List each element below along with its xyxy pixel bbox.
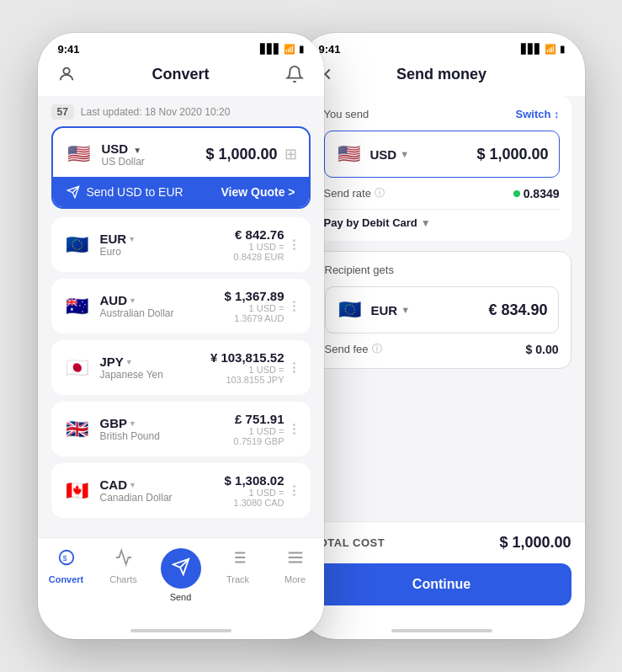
continue-button[interactable]: Continue (312, 563, 571, 605)
cad-code: CAD ▼ (100, 477, 173, 492)
main-currency-card[interactable]: 🇺🇸 USD ▼ US Dollar $ 1,000.00 ⊞ (51, 126, 311, 209)
aud-amount-col: $ 1,367.89 1 USD =1.3679 AUD (225, 289, 284, 323)
battery-icon: ▮ (299, 44, 304, 55)
cad-name: Canadian Dollar (100, 492, 173, 504)
convert-header: Convert (38, 59, 324, 96)
jpy-amount-col: ¥ 103,815.52 1 USD =103.8155 JPY (210, 350, 284, 385)
main-currency-left: 🇺🇸 USD ▼ US Dollar (65, 140, 145, 168)
currency-item-eur[interactable]: 🇪🇺 EUR ▼ Euro € 842.76 1 USD =0.8428 EUR (51, 217, 311, 272)
recipient-section: Recipient gets 🇪🇺 EUR ▼ € 834.90 Send fe… (312, 251, 571, 369)
view-quote-btn[interactable]: View Quote > (221, 185, 295, 199)
aud-amount: $ 1,367.89 (225, 289, 284, 303)
aud-dots[interactable] (290, 297, 299, 315)
pay-method-row[interactable]: Pay by Debit Card ▼ (324, 210, 560, 229)
charts-nav-icon (114, 548, 133, 571)
main-currency-info: USD ▼ US Dollar (102, 141, 145, 168)
wifi-icon: 📶 (284, 44, 295, 55)
cad-right: $ 1,308.02 1 USD =1.3080 CAD (225, 473, 299, 508)
cad-amount-col: $ 1,308.02 1 USD =1.3080 CAD (225, 473, 284, 508)
send-title: Send money (396, 66, 486, 83)
update-badge: 57 (51, 104, 74, 120)
svg-point-0 (63, 68, 69, 74)
aud-flag: 🇦🇺 (63, 292, 92, 321)
cad-dots[interactable] (290, 482, 299, 499)
you-send-selector[interactable]: 🇺🇸 USD ▼ $ 1,000.00 (324, 131, 560, 178)
main-dropdown-arrow: ▼ (133, 146, 141, 155)
eur-name: Euro (100, 246, 136, 258)
gbp-details: GBP ▼ British Pound (100, 416, 160, 442)
home-indicator-2 (299, 622, 585, 639)
fee-info-icon: ⓘ (372, 342, 382, 356)
send-rate-row: Send rate ⓘ 0.8349 (324, 178, 560, 210)
total-amount: $ 1,000.00 (499, 534, 571, 552)
main-amount-area: $ 1,000.00 ⊞ (205, 145, 296, 163)
gbp-info: 🇬🇧 GBP ▼ British Pound (63, 415, 160, 444)
signal-icon: ▋▋▋ (260, 44, 280, 55)
send-money-phone: 9:41 ▋▋▋ 📶 ▮ Send money (299, 33, 585, 639)
switch-button[interactable]: Switch ↕ (515, 108, 559, 120)
send-currency-code: USD ▼ (370, 147, 410, 162)
eur-info: 🇪🇺 EUR ▼ Euro (63, 231, 136, 259)
currency-item-aud[interactable]: 🇦🇺 AUD ▼ Australian Dollar $ 1,367.89 1 … (51, 279, 311, 333)
nav-more[interactable]: More (267, 545, 324, 605)
eur-right: € 842.76 1 USD =0.8428 EUR (234, 227, 299, 262)
jpy-dots[interactable] (290, 359, 299, 376)
send-rate-value: 0.8349 (513, 187, 560, 200)
send-nav-label: Send (170, 592, 192, 602)
gbp-dots[interactable] (290, 420, 299, 438)
bell-icon[interactable] (283, 62, 306, 86)
cad-info: 🇨🇦 CAD ▼ Canadian Dollar (63, 477, 173, 505)
track-nav-icon (229, 548, 247, 571)
eur-flag: 🇪🇺 (63, 231, 92, 259)
recipient-selector[interactable]: 🇪🇺 EUR ▼ € 834.90 (325, 286, 559, 333)
jpy-rate: 1 USD =103.8155 JPY (210, 365, 284, 385)
gbp-right: £ 751.91 1 USD =0.7519 GBP (234, 412, 299, 446)
nav-charts[interactable]: Charts (95, 545, 152, 605)
currency-item-gbp[interactable]: 🇬🇧 GBP ▼ British Pound £ 751.91 1 USD =0… (51, 402, 311, 456)
svg-text:$: $ (62, 554, 66, 563)
home-indicator-1 (38, 622, 324, 639)
time-1: 9:41 (58, 43, 80, 56)
gbp-rate: 1 USD =0.7519 GBP (234, 426, 284, 446)
you-send-label: You send (324, 108, 369, 120)
eur-details: EUR ▼ Euro (100, 232, 136, 258)
send-quote-left: Send USD to EUR (66, 185, 183, 199)
nav-convert[interactable]: $ Convert (38, 545, 95, 605)
total-bar: TOTAL COST $ 1,000.00 (299, 521, 585, 563)
cad-amount: $ 1,308.02 (225, 473, 284, 488)
convert-nav-icon: $ (57, 548, 76, 571)
currency-item-jpy[interactable]: 🇯🇵 JPY ▼ Japanese Yen ¥ 103,815.52 1 USD… (51, 340, 311, 395)
main-currency-code: USD ▼ (102, 141, 145, 156)
nav-track[interactable]: Track (210, 545, 267, 605)
nav-send[interactable]: Send (152, 545, 210, 605)
cad-details: CAD ▼ Canadian Dollar (100, 477, 173, 504)
you-send-header-row: You send Switch ↕ (324, 108, 560, 120)
last-updated-text: Last updated: 18 Nov 2020 10:20 (81, 106, 230, 118)
convert-phone: 9:41 ▋▋▋ 📶 ▮ Convert (38, 33, 324, 639)
gbp-amount: £ 751.91 (234, 412, 284, 426)
main-currency-name: US Dollar (102, 156, 145, 168)
send-flag: 🇺🇸 (335, 140, 364, 168)
more-nav-label: More (284, 574, 306, 584)
eur-dots[interactable] (290, 236, 299, 253)
convert-nav-label: Convert (49, 574, 84, 584)
fee-row: Send fee ⓘ $ 0.00 (325, 333, 559, 356)
eur-amount: € 842.76 (234, 227, 284, 242)
fee-label: Send fee ⓘ (325, 342, 382, 356)
calculator-icon: ⊞ (284, 145, 297, 163)
send-bottom: TOTAL COST $ 1,000.00 Continue (299, 521, 585, 622)
cad-flag: 🇨🇦 (63, 477, 92, 505)
aud-right: $ 1,367.89 1 USD =1.3679 AUD (225, 289, 299, 323)
jpy-code: JPY ▼ (100, 355, 163, 369)
fee-value: $ 0.00 (526, 343, 559, 356)
recipient-amount: € 834.90 (417, 301, 547, 319)
jpy-details: JPY ▼ Japanese Yen (100, 355, 163, 381)
aud-info: 🇦🇺 AUD ▼ Australian Dollar (63, 292, 174, 321)
signal-icon-2: ▋▋▋ (521, 44, 541, 55)
currency-item-cad[interactable]: 🇨🇦 CAD ▼ Canadian Dollar $ 1,308.02 1 US… (51, 463, 311, 518)
gbp-code: GBP ▼ (100, 416, 160, 430)
profile-icon[interactable] (55, 62, 78, 86)
send-quote-bar[interactable]: Send USD to EUR View Quote > (53, 177, 309, 207)
usd-flag: 🇺🇸 (65, 140, 93, 168)
pay-chevron: ▼ (421, 217, 431, 229)
